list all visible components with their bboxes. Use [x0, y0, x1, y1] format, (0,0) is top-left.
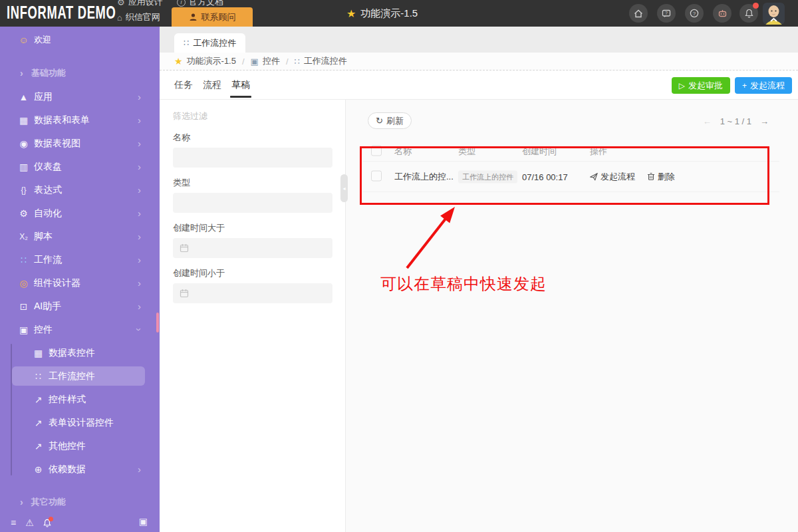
filter-name-input[interactable]: [173, 148, 332, 168]
compass-icon: ◎: [18, 278, 29, 289]
home-button[interactable]: [629, 4, 648, 23]
app-window: INFORMAT DEMO ⚙ 应用设计 i 官方文档 ⌂ 织信官网 联系顾问 …: [0, 0, 798, 532]
robot-icon: ⚙: [18, 208, 29, 219]
sidebar-scrollbar-thumb[interactable]: [156, 313, 159, 332]
collapse-sidebar-icon[interactable]: ▣: [139, 516, 148, 527]
type-tag: 工作流上的控件: [458, 170, 517, 183]
sidebar-item-tables-forms[interactable]: ▦ 数据表和表单 ›: [0, 108, 160, 132]
chevron-right-icon: ›: [138, 114, 141, 126]
start-process-button[interactable]: + 发起流程: [735, 77, 792, 94]
chevron-right-icon: ›: [138, 277, 141, 289]
action-label: 删除: [658, 170, 675, 182]
delete-action[interactable]: 删除: [647, 170, 675, 182]
page-indicator: 1 ~ 1 / 1: [720, 116, 751, 126]
sidebar-item-script[interactable]: X₂ 脚本 ›: [0, 225, 160, 248]
sidebar-item-dependent-data[interactable]: ⊕ 依赖数据 ›: [0, 458, 160, 481]
calendar-icon: [180, 289, 189, 298]
filter-panel: 筛选过滤 名称 类型 创建时间大于 创建时间小于: [160, 100, 346, 532]
refresh-label: 刷新: [386, 115, 404, 127]
item-label: 数据表控件: [49, 347, 95, 359]
send-icon: [590, 173, 598, 181]
filter-title: 筛选过滤: [173, 110, 207, 122]
nav-site-label: 织信官网: [126, 11, 160, 23]
table-row[interactable]: 工作流上的控... 工作流上的控件 .. 07/16 00:17 发起流程 删除: [362, 162, 779, 192]
filter-created-after-input[interactable]: [173, 238, 332, 258]
select-all-checkbox[interactable]: [371, 146, 382, 156]
person-icon: [189, 13, 198, 21]
contact-consultant-button[interactable]: 联系顾问: [172, 7, 253, 27]
chat-question-icon: ?: [662, 9, 671, 18]
filter-created-before-input[interactable]: [173, 283, 332, 303]
sidebar-item-welcome[interactable]: ☺ 欢迎: [0, 31, 160, 49]
nav-official-site[interactable]: ⌂ 织信官网: [117, 11, 160, 23]
start-approval-button[interactable]: ▷ 发起审批: [672, 77, 730, 94]
header-created: 创建时间: [522, 146, 557, 158]
chevron-right-icon: ›: [138, 91, 141, 102]
chart-icon: ↗: [33, 418, 44, 428]
panel-icon: ▣: [251, 57, 259, 66]
filter-collapse-handle[interactable]: ◂: [340, 174, 348, 202]
notifications-button[interactable]: [739, 4, 758, 23]
alert-triangle-icon[interactable]: ⚠: [25, 517, 34, 528]
chevron-right-icon: ›: [138, 161, 141, 172]
start-process-action[interactable]: 发起流程: [590, 171, 635, 183]
tab-processes[interactable]: 流程: [203, 70, 221, 99]
sidebar-item-component-designer[interactable]: ◎ 组件设计器 ›: [0, 271, 160, 295]
bell-icon[interactable]: [43, 519, 51, 527]
sidebar-item-other-controls[interactable]: ↗ 其他控件: [0, 434, 160, 458]
item-label: 工作流控件: [49, 370, 95, 382]
sidebar-item-controls[interactable]: ▣ 控件 ›: [0, 318, 160, 341]
chevron-right-icon: ›: [138, 231, 141, 242]
sidebar-group-other-functions[interactable]: › 其它功能: [0, 490, 160, 514]
controls-submenu: ▦ 数据表控件 ∷ 工作流控件 ↗ 控件样式 ↗ 表单设计器控件 ↗ 其他控: [0, 341, 160, 481]
action-label: 发起流程: [600, 171, 635, 183]
sidebar-item-expression[interactable]: {} 表达式 ›: [0, 178, 160, 201]
filter-created-before-label: 创建时间小于: [173, 267, 225, 279]
sidebar-item-control-style[interactable]: ↗ 控件样式: [0, 388, 160, 411]
menu-icon[interactable]: ≡: [11, 517, 16, 528]
prev-page-icon[interactable]: ←: [703, 116, 712, 126]
breadcrumb-controls[interactable]: ▣ 控件: [251, 55, 280, 67]
breadcrumb-app[interactable]: ★ 功能演示-1.5: [174, 55, 236, 67]
item-label: 数据表和表单: [34, 114, 90, 126]
plus-circle-icon: ⊕: [33, 464, 44, 475]
ai-robot-button[interactable]: [713, 4, 732, 23]
item-label: 数据表视图: [34, 138, 80, 150]
chart-icon: ↗: [33, 394, 44, 405]
chart-icon: ↗: [33, 441, 44, 452]
group-other-label: 其它功能: [31, 496, 66, 508]
user-avatar[interactable]: [763, 3, 785, 25]
sidebar-group-basic-functions[interactable]: › 基础功能: [0, 64, 160, 82]
sidebar-item-application[interactable]: ▲ 应用 ›: [0, 85, 160, 108]
item-label: 仪表盘: [34, 161, 62, 173]
row-created: 07/16 00:17: [522, 172, 568, 182]
robot-icon: ⊡: [18, 301, 29, 312]
open-page-tab[interactable]: ∷ 工作流控件: [174, 33, 245, 53]
item-label: AI助手: [34, 301, 61, 313]
row-type: 工作流上的控件 ..: [458, 170, 527, 183]
sidebar-item-workflow[interactable]: ∷ 工作流 ›: [0, 248, 160, 271]
refresh-button[interactable]: ↻ 刷新: [368, 112, 412, 129]
sidebar-item-data-table-control[interactable]: ▦ 数据表控件: [0, 341, 160, 364]
tab-drafts-active[interactable]: 草稿: [231, 70, 250, 99]
feedback-button[interactable]: ?: [657, 4, 676, 23]
sidebar-item-ai-assistant[interactable]: ⊡ AI助手 ›: [0, 295, 160, 318]
item-label: 其他控件: [49, 440, 86, 452]
row-checkbox[interactable]: [371, 170, 382, 181]
filter-type-input[interactable]: [173, 193, 332, 213]
sidebar-item-table-views[interactable]: ◉ 数据表视图 ›: [0, 132, 160, 155]
next-page-icon[interactable]: →: [760, 116, 769, 126]
sidebar-item-form-designer-control[interactable]: ↗ 表单设计器控件: [0, 411, 160, 434]
home-icon: ⌂: [117, 13, 122, 23]
app-icon: ▲: [18, 92, 29, 102]
help-button[interactable]: ?: [685, 4, 704, 23]
sidebar-item-workflow-control[interactable]: ∷ 工作流控件: [12, 366, 145, 386]
top-bar: INFORMAT DEMO ⚙ 应用设计 i 官方文档 ⌂ 织信官网 联系顾问 …: [0, 0, 798, 27]
nav-app-design[interactable]: ⚙ 应用设计: [117, 0, 163, 8]
sidebar-item-automation[interactable]: ⚙ 自动化 ›: [0, 201, 160, 225]
breadcrumb-workflow-control[interactable]: ∷ 工作流控件: [295, 55, 347, 67]
sidebar-item-dashboard[interactable]: ▥ 仪表盘 ›: [0, 155, 160, 178]
star-icon: ★: [346, 7, 356, 20]
tab-tasks[interactable]: 任务: [174, 70, 193, 99]
workflow-icon: ∷: [33, 371, 44, 382]
